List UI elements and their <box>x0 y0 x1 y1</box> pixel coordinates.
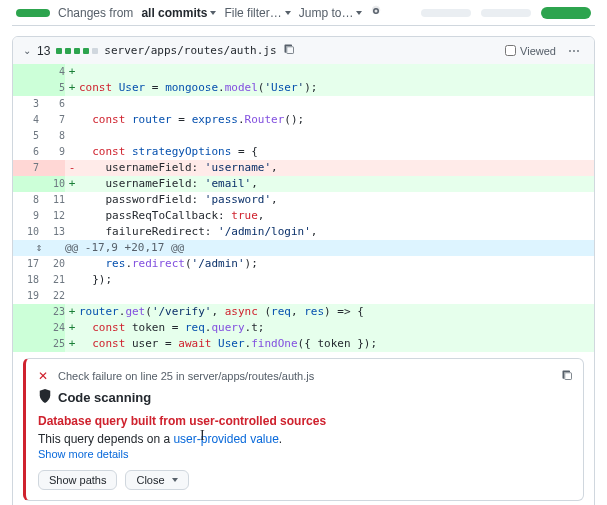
show-paths-button[interactable]: Show paths <box>38 470 117 490</box>
alert-scanner-name: Code scanning <box>58 390 151 405</box>
copy-path-icon[interactable] <box>283 43 295 58</box>
alert-body: This query depends on a user-provided va… <box>38 432 571 446</box>
alert-body-text: . <box>279 432 282 446</box>
diff-hunk-row: ⇕ @@ -17,9 +20,17 @@ <box>13 240 594 256</box>
diff-sign: + <box>65 64 79 80</box>
old-line-number[interactable]: 6 <box>13 144 39 160</box>
old-line-number[interactable] <box>13 336 39 352</box>
diff-line: 23+router.get('/verify', async (req, res… <box>13 304 594 320</box>
new-line-number[interactable]: 11 <box>39 192 65 208</box>
new-line-number[interactable]: 21 <box>39 272 65 288</box>
new-line-number[interactable]: 9 <box>39 144 65 160</box>
code-cell[interactable]: const token = req.query.t; <box>79 320 594 336</box>
code-cell[interactable] <box>79 96 594 112</box>
diff-sign <box>65 256 79 272</box>
old-line-number[interactable]: 3 <box>13 96 39 112</box>
alert-body-text: This query depends on a <box>38 432 173 446</box>
settings-icon[interactable] <box>370 5 382 20</box>
old-line-number[interactable]: 19 <box>13 288 39 304</box>
code-cell[interactable]: const router = express.Router(); <box>79 112 594 128</box>
code-cell[interactable]: passwordField: 'password', <box>79 192 594 208</box>
new-line-number[interactable]: 7 <box>39 112 65 128</box>
new-line-number[interactable]: 8 <box>39 128 65 144</box>
diff-sign: + <box>65 336 79 352</box>
diff-sign <box>65 288 79 304</box>
old-line-number[interactable]: 7 <box>13 160 39 176</box>
file-menu-icon[interactable]: ⋯ <box>564 44 584 58</box>
old-line-number[interactable] <box>13 304 39 320</box>
chevron-down-icon <box>285 11 291 15</box>
old-line-number[interactable]: 9 <box>13 208 39 224</box>
diff-sign <box>65 128 79 144</box>
diff-sign <box>65 224 79 240</box>
shield-icon <box>38 389 52 406</box>
new-line-number[interactable]: 13 <box>39 224 65 240</box>
file-header: ⌄ 13 server/apps/routes/auth.js Viewed ⋯ <box>13 37 594 64</box>
code-cell[interactable]: usernameField: 'email', <box>79 176 594 192</box>
code-cell[interactable]: usernameField: 'username', <box>79 160 594 176</box>
expand-hunk-icon[interactable]: ⇕ <box>13 240 65 256</box>
code-cell[interactable]: const User = mongoose.model('User'); <box>79 80 594 96</box>
code-cell[interactable]: passReqToCallback: true, <box>79 208 594 224</box>
old-line-number[interactable] <box>13 80 39 96</box>
code-cell[interactable]: failureRedirect: '/admin/login', <box>79 224 594 240</box>
file-filter-dropdown[interactable]: File filter… <box>224 6 290 20</box>
code-cell[interactable]: const strategyOptions = { <box>79 144 594 160</box>
diff-line: 47 const router = express.Router(); <box>13 112 594 128</box>
viewed-label: Viewed <box>520 45 556 57</box>
old-line-number[interactable]: 5 <box>13 128 39 144</box>
commits-scope-label: all commits <box>141 6 207 20</box>
diff-sign <box>65 272 79 288</box>
chevron-down-icon <box>172 478 178 482</box>
diff-table: 4+5+const User = mongoose.model('User');… <box>13 64 594 240</box>
diff-line: 1922 <box>13 288 594 304</box>
new-line-number[interactable]: 4 <box>39 64 65 80</box>
code-cell[interactable] <box>79 128 594 144</box>
commits-scope-dropdown[interactable]: all commits <box>141 6 216 20</box>
old-line-number[interactable]: 17 <box>13 256 39 272</box>
code-cell[interactable]: router.get('/verify', async (req, res) =… <box>79 304 594 320</box>
new-line-number[interactable] <box>39 160 65 176</box>
close-icon[interactable]: ✕ <box>38 369 48 383</box>
alert-source-link[interactable]: user-provided value <box>173 432 278 446</box>
diff-line: 58 <box>13 128 594 144</box>
diff-line: 5+const User = mongoose.model('User'); <box>13 80 594 96</box>
code-cell[interactable] <box>79 64 594 80</box>
code-cell[interactable]: const user = await User.findOne({ token … <box>79 336 594 352</box>
new-line-number[interactable]: 5 <box>39 80 65 96</box>
old-line-number[interactable] <box>13 176 39 192</box>
code-cell[interactable] <box>79 288 594 304</box>
new-line-number[interactable]: 12 <box>39 208 65 224</box>
close-alert-button[interactable]: Close <box>125 470 188 490</box>
review-changes-button[interactable] <box>541 7 591 19</box>
diff-sign: - <box>65 160 79 176</box>
viewed-checkbox[interactable] <box>505 45 516 56</box>
new-line-number[interactable]: 10 <box>39 176 65 192</box>
old-line-number[interactable]: 10 <box>13 224 39 240</box>
diff-sign <box>65 112 79 128</box>
old-line-number[interactable]: 4 <box>13 112 39 128</box>
new-line-number[interactable]: 24 <box>39 320 65 336</box>
show-more-details-link[interactable]: Show more details <box>38 448 571 460</box>
code-cell[interactable]: }); <box>79 272 594 288</box>
old-line-number[interactable]: 18 <box>13 272 39 288</box>
diff-sign: + <box>65 80 79 96</box>
code-scanning-alert: ✕ Check failure on line 25 in server/app… <box>23 358 584 501</box>
new-line-number[interactable]: 23 <box>39 304 65 320</box>
viewed-toggle[interactable]: Viewed <box>505 45 556 57</box>
old-line-number[interactable] <box>13 64 39 80</box>
diffstat <box>56 48 98 54</box>
jump-to-dropdown[interactable]: Jump to… <box>299 6 363 20</box>
file-path[interactable]: server/apps/routes/auth.js <box>104 44 276 57</box>
old-line-number[interactable]: 8 <box>13 192 39 208</box>
new-line-number[interactable]: 25 <box>39 336 65 352</box>
code-cell[interactable]: res.redirect('/admin'); <box>79 256 594 272</box>
new-line-number[interactable]: 20 <box>39 256 65 272</box>
new-line-number[interactable]: 22 <box>39 288 65 304</box>
hunk-header: @@ -17,9 +20,17 @@ <box>65 240 594 256</box>
copy-icon[interactable] <box>561 369 573 384</box>
diff-line: 24+ const token = req.query.t; <box>13 320 594 336</box>
old-line-number[interactable] <box>13 320 39 336</box>
collapse-toggle-icon[interactable]: ⌄ <box>23 45 31 56</box>
new-line-number[interactable]: 6 <box>39 96 65 112</box>
